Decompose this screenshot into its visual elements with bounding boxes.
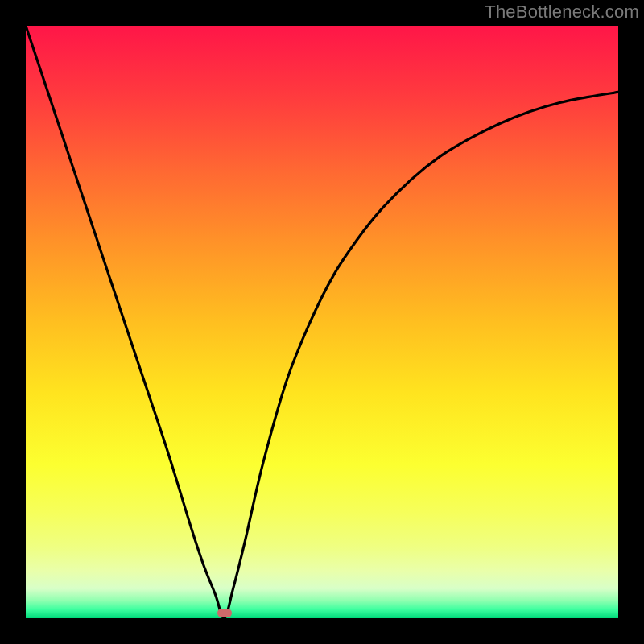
minimum-marker bbox=[217, 609, 232, 617]
watermark-text: TheBottleneck.com bbox=[485, 2, 639, 23]
chart-frame: TheBottleneck.com bbox=[0, 0, 644, 644]
bottleneck-curve bbox=[26, 26, 618, 618]
plot-area bbox=[26, 26, 618, 618]
